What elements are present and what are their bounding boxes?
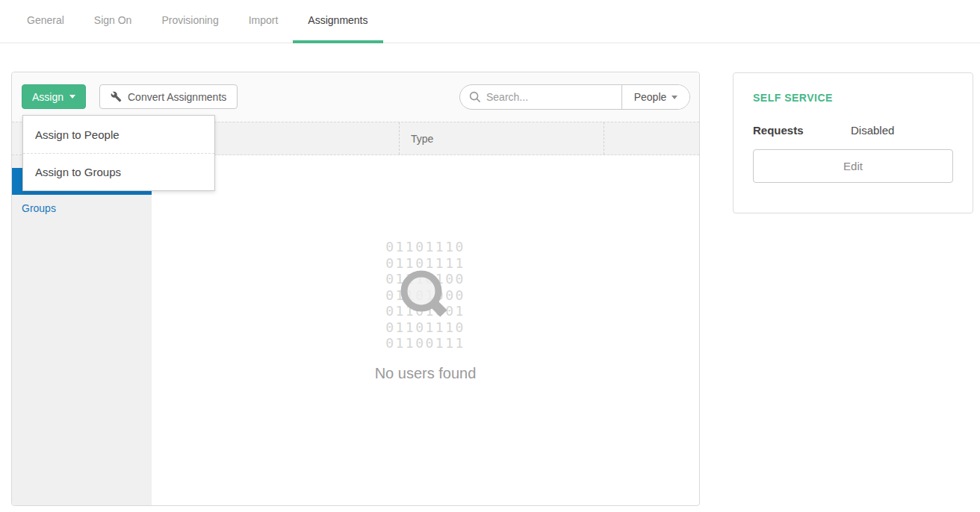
column-header-type[interactable]: Type: [399, 122, 604, 154]
tab-general[interactable]: General: [12, 0, 79, 43]
menu-item-assign-to-people[interactable]: Assign to People: [23, 116, 214, 153]
assignments-body: Groups 01101110 01101111 01110100 011010…: [12, 155, 699, 505]
tab-provisioning[interactable]: Provisioning: [146, 0, 233, 43]
requests-value: Disabled: [851, 124, 894, 137]
tab-sign-on[interactable]: Sign On: [79, 0, 147, 43]
search-input[interactable]: [486, 91, 606, 103]
empty-state: 01101110 01101111 01110100 01101000 0110…: [152, 155, 699, 505]
assign-button-label: Assign: [32, 91, 63, 103]
search-group: People: [459, 84, 690, 110]
binary-line: 01100111: [152, 335, 699, 352]
search-scope-dropdown[interactable]: People: [621, 85, 689, 109]
convert-assignments-button[interactable]: Convert Assignments: [99, 84, 238, 109]
tab-assignments[interactable]: Assignments: [293, 0, 382, 43]
self-service-panel: SELF SERVICE Requests Disabled Edit: [733, 72, 973, 213]
search-scope-label: People: [634, 91, 667, 103]
binary-line: 01101110: [152, 239, 699, 255]
chevron-down-icon: [672, 96, 677, 99]
wrench-icon: [111, 91, 122, 102]
requests-row: Requests Disabled: [753, 124, 953, 137]
tab-import[interactable]: Import: [234, 0, 294, 43]
chevron-down-icon: [69, 95, 75, 99]
sidebar-item-groups[interactable]: Groups: [12, 195, 152, 222]
convert-assignments-label: Convert Assignments: [128, 91, 226, 103]
app-tab-bar: General Sign On Provisioning Import Assi…: [0, 0, 980, 43]
filter-sidebar: Groups: [12, 155, 152, 505]
menu-item-assign-to-groups[interactable]: Assign to Groups: [23, 153, 214, 190]
search-box: [460, 85, 621, 109]
magnifier-icon: [393, 263, 459, 331]
assign-dropdown-menu: Assign to People Assign to Groups: [22, 115, 215, 191]
assign-button[interactable]: Assign: [22, 84, 86, 109]
edit-button[interactable]: Edit: [753, 149, 953, 183]
column-header-actions: [604, 122, 699, 154]
search-icon: [469, 91, 481, 103]
self-service-title: SELF SERVICE: [753, 92, 953, 104]
empty-state-message: No users found: [152, 365, 699, 382]
requests-label: Requests: [753, 124, 851, 137]
